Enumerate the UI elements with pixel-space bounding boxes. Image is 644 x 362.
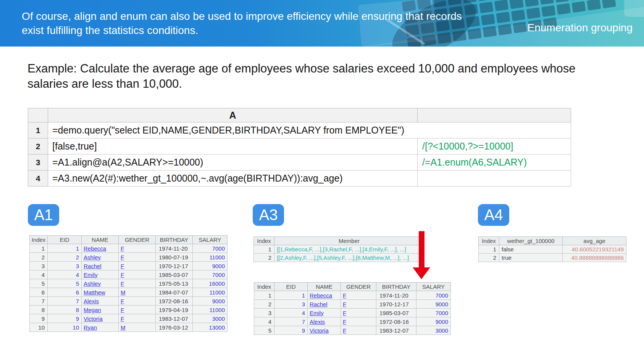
example-text: Example: Calculate the average age of em… — [27, 61, 600, 92]
record-link[interactable]: M — [119, 323, 156, 332]
table-cell: 3 — [254, 309, 274, 317]
table-cell: 1 — [30, 244, 48, 253]
grid-row-number: 2 — [28, 138, 48, 154]
record-link[interactable]: Rachel — [82, 262, 119, 270]
table-cell: 9 — [274, 326, 308, 335]
arrow-shaft — [419, 231, 424, 268]
arrow-head — [413, 267, 430, 279]
record-link[interactable]: Ashley — [82, 279, 119, 288]
record-link[interactable]: F — [119, 279, 156, 288]
table-cell: 11000 — [193, 288, 228, 297]
column-header: BIRTHDAY — [156, 236, 193, 244]
record-link[interactable]: Victoria — [82, 314, 119, 323]
table-header-row: IndexMember — [254, 237, 424, 245]
table-cell: 1974-11-20 — [376, 291, 416, 300]
slide: Of course, align and enum can also be us… — [0, 0, 644, 362]
table-row: 77AlexisF1972-08-169000 — [30, 297, 228, 306]
a4-table-wrap: Indexwether_gt_100000avg_age 1false40.60… — [478, 237, 626, 262]
record-link[interactable]: F — [341, 291, 376, 300]
grid-code-cell: =A3.new(A2(#):wether_gt_100000,~.avg(age… — [48, 171, 418, 187]
table-cell: 40.88888888888886 — [563, 254, 626, 262]
table-cell: [[1,Rebecca,F, ...],[3,Rachel,F, ...],[4… — [274, 245, 424, 254]
table-cell: 1 — [479, 245, 499, 254]
table-row: 2true40.88888888888886 — [479, 254, 626, 262]
record-link[interactable]: F — [341, 326, 376, 335]
record-link[interactable]: M — [119, 288, 156, 297]
table-cell: 1975-05-13 — [156, 279, 193, 288]
table-cell: 1985-03-07 — [156, 270, 193, 279]
grid-row-2: 2 [false,true] /[?<10000,?>=10000] — [28, 138, 571, 154]
table-cell: 1974-11-20 — [156, 244, 193, 253]
table-cell: 2 — [48, 253, 82, 262]
table-cell: 1 — [274, 291, 308, 300]
table-row: 22AshleyF1980-07-1911000 — [30, 253, 228, 262]
record-link[interactable]: F — [119, 306, 156, 314]
table-cell: 2 — [254, 300, 274, 309]
record-link[interactable]: Ashley — [82, 253, 119, 262]
column-header: avg_age — [563, 237, 626, 245]
table-cell: 6 — [48, 288, 82, 297]
badge-a1: A1 — [28, 204, 59, 226]
record-link[interactable]: Rebecca — [308, 291, 341, 300]
table-cell: 1983-12-07 — [156, 314, 193, 323]
table-cell: 9 — [48, 314, 82, 323]
table-cell: 4 — [274, 309, 308, 317]
grid-code-cell: =A1.align@a(A2,SALARY>=10000) — [48, 154, 418, 171]
record-link[interactable]: F — [119, 297, 156, 306]
record-link[interactable]: Matthew — [82, 288, 119, 297]
table-cell: false — [499, 245, 563, 254]
grid-column-header-a: A — [48, 108, 418, 122]
table-cell: 2 — [254, 254, 274, 262]
spl-grid: A 1 =demo.query("select EID,NAME,GENDER,… — [28, 108, 571, 187]
record-link[interactable]: Emily — [82, 270, 119, 279]
table-cell: 5 — [30, 279, 48, 288]
record-link[interactable]: Megan — [82, 306, 119, 314]
table-cell: 7 — [274, 317, 308, 326]
table-cell: 7 — [30, 297, 48, 306]
result-table-a1: IndexEIDNAMEGENDERBIRTHDAYSALARY 11Rebec… — [29, 235, 228, 332]
column-header: Index — [254, 237, 274, 245]
red-down-arrow-icon — [413, 231, 431, 279]
column-header: EID — [274, 283, 308, 291]
column-header: Index — [30, 236, 48, 244]
column-header: BIRTHDAY — [376, 283, 416, 291]
record-link[interactable]: F — [119, 270, 156, 279]
record-link[interactable]: Rebecca — [82, 244, 119, 253]
table-row: 1010RyanM1976-03-1213000 — [30, 323, 228, 332]
table-cell: 1980-07-19 — [156, 253, 193, 262]
table-cell: 7000 — [416, 291, 451, 300]
column-header: Index — [479, 237, 499, 245]
table-cell: [[2,Ashley,F, ...],[5,Ashley,F, ...],[6,… — [274, 254, 424, 262]
record-link[interactable]: Emily — [308, 309, 341, 317]
table-row: 11RebeccaF1974-11-207000 — [254, 291, 451, 300]
record-link[interactable]: Alexis — [308, 317, 341, 326]
table-cell: 3000 — [416, 326, 451, 335]
grid-row-number: 4 — [28, 171, 48, 187]
table-cell: 4 — [30, 270, 48, 279]
member-table: IndexMember 1[[1,Rebecca,F, ...],[3,Rach… — [253, 237, 424, 262]
record-link[interactable]: F — [341, 300, 376, 309]
table-cell: 1984-07-07 — [156, 288, 193, 297]
record-link[interactable]: F — [119, 244, 156, 253]
record-link[interactable]: F — [341, 309, 376, 317]
record-link[interactable]: F — [119, 253, 156, 262]
record-link[interactable]: Alexis — [82, 297, 119, 306]
grid-row-number: 3 — [28, 154, 48, 171]
table-cell: 7000 — [193, 270, 228, 279]
table-header-row: Indexwether_gt_100000avg_age — [479, 237, 626, 245]
table-header-row: IndexEIDNAMEGENDERBIRTHDAYSALARY — [254, 283, 451, 291]
record-link[interactable]: Ryan — [82, 323, 119, 332]
table-row: 44EmilyF1985-03-077000 — [30, 270, 228, 279]
table-cell: 9 — [30, 314, 48, 323]
record-link[interactable]: F — [119, 314, 156, 323]
grid-column-header-b — [418, 108, 571, 122]
table-cell: 9000 — [193, 262, 228, 270]
record-link[interactable]: F — [119, 262, 156, 270]
record-link[interactable]: Rachel — [308, 300, 341, 309]
table-cell: 3 — [48, 262, 82, 270]
table-header-row: IndexEIDNAMEGENDERBIRTHDAYSALARY — [30, 236, 228, 244]
banner: Of course, align and enum can also be us… — [0, 0, 644, 47]
record-link[interactable]: F — [341, 317, 376, 326]
record-link[interactable]: Victoria — [308, 326, 341, 335]
grid-comment-cell: /=A1.enum(A6,SALARY) — [418, 154, 571, 171]
